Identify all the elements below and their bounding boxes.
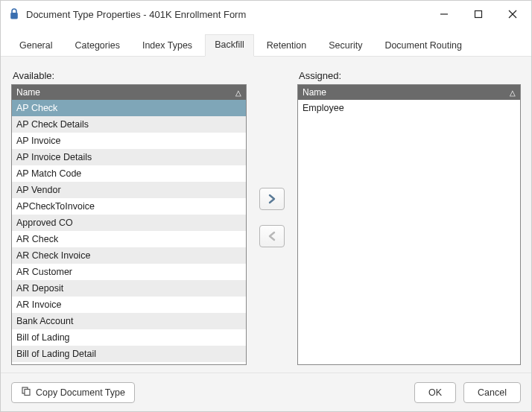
- ok-button[interactable]: OK: [414, 382, 456, 403]
- copy-icon: [21, 386, 31, 399]
- tab-document-routing[interactable]: Document Routing: [375, 35, 472, 57]
- list-item[interactable]: AR Check Invoice: [12, 247, 246, 264]
- tab-general[interactable]: General: [10, 35, 62, 57]
- content-area: Available: Name △ AP CheckAP Check Detai…: [1, 57, 531, 373]
- assigned-list-body[interactable]: Employee: [298, 100, 520, 364]
- available-list-body[interactable]: AP CheckAP Check DetailsAP InvoiceAP Inv…: [12, 100, 246, 364]
- copy-button-label: Copy Document Type: [36, 387, 125, 398]
- chevron-left-icon: [267, 231, 277, 241]
- list-item[interactable]: Employee: [298, 100, 520, 116]
- list-item[interactable]: AP Check: [12, 100, 246, 116]
- list-item[interactable]: AR Check: [12, 231, 246, 247]
- assigned-listbox[interactable]: Name △ Employee: [297, 84, 521, 365]
- list-item[interactable]: AP Invoice Details: [12, 149, 246, 165]
- window-controls: [427, 3, 530, 25]
- ok-button-label: OK: [428, 387, 442, 398]
- assigned-column-header[interactable]: Name △: [298, 85, 520, 100]
- list-item[interactable]: AP Match Code: [12, 165, 246, 182]
- available-column-header[interactable]: Name △: [12, 85, 246, 100]
- available-panel: Available: Name △ AP CheckAP Check Detai…: [11, 70, 247, 365]
- tab-index-types[interactable]: Index Types: [133, 35, 202, 57]
- list-item[interactable]: Approved CO: [12, 215, 246, 231]
- tab-backfill[interactable]: Backfill: [205, 34, 254, 57]
- list-item[interactable]: AR Customer: [12, 264, 246, 280]
- sort-asc-icon: △: [510, 89, 516, 97]
- list-item[interactable]: AP Invoice: [12, 133, 246, 149]
- sort-asc-icon: △: [235, 89, 241, 97]
- dialog-window: Document Type Properties - 401K Enrollme…: [0, 0, 532, 412]
- close-button[interactable]: [495, 3, 530, 25]
- svg-rect-6: [25, 390, 30, 396]
- maximize-button[interactable]: [461, 3, 495, 25]
- remove-button[interactable]: [259, 225, 285, 247]
- tab-security[interactable]: Security: [319, 35, 372, 57]
- title-bar: Document Type Properties - 401K Enrollme…: [1, 1, 531, 28]
- assigned-label: Assigned:: [297, 70, 521, 81]
- cancel-button-label: Cancel: [478, 387, 507, 398]
- add-button[interactable]: [259, 188, 285, 210]
- column-header-text: Name: [16, 87, 40, 98]
- available-listbox[interactable]: Name △ AP CheckAP Check DetailsAP Invoic…: [11, 84, 247, 365]
- cancel-button[interactable]: Cancel: [463, 382, 521, 403]
- tab-retention[interactable]: Retention: [257, 35, 317, 57]
- assigned-panel: Assigned: Name △ Employee: [297, 70, 521, 365]
- minimize-button[interactable]: [427, 3, 461, 25]
- list-item[interactable]: APCheckToInvoice: [12, 198, 246, 215]
- tab-categories[interactable]: Categories: [65, 35, 129, 57]
- list-item[interactable]: Bill of Lading: [12, 329, 246, 346]
- footer: Copy Document Type OK Cancel: [1, 373, 531, 411]
- chevron-right-icon: [267, 194, 277, 204]
- svg-rect-0: [10, 13, 18, 19]
- svg-rect-2: [475, 11, 482, 18]
- transfer-buttons: [256, 70, 288, 365]
- list-item[interactable]: AR Invoice: [12, 297, 246, 313]
- tab-bar: GeneralCategoriesIndex TypesBackfillRete…: [1, 28, 531, 57]
- available-label: Available:: [11, 70, 247, 81]
- copy-document-type-button[interactable]: Copy Document Type: [11, 382, 135, 403]
- list-item[interactable]: AP Vendor: [12, 182, 246, 198]
- list-item[interactable]: Bank Account: [12, 313, 246, 329]
- window-title: Document Type Properties - 401K Enrollme…: [26, 9, 246, 20]
- list-item[interactable]: AP Check Details: [12, 116, 246, 133]
- column-header-text: Name: [303, 87, 326, 98]
- list-item[interactable]: AR Deposit: [12, 280, 246, 297]
- lock-icon: [8, 8, 20, 20]
- list-item[interactable]: Bill of Lading Detail: [12, 346, 246, 362]
